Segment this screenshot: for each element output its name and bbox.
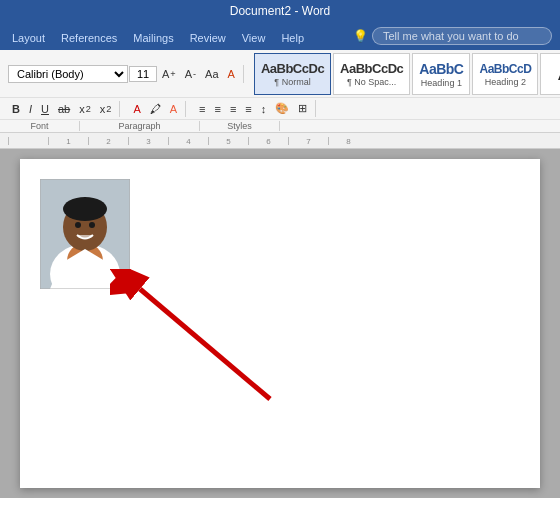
tab-view[interactable]: View <box>234 26 274 50</box>
style-nospace-preview: AaBbCcDc <box>340 61 403 76</box>
clear-format-btn[interactable]: A <box>224 66 239 82</box>
tell-me-input[interactable] <box>372 27 552 45</box>
ribbon-tabs-row: Layout References Mailings Review View H… <box>0 22 560 50</box>
svg-point-8 <box>89 222 95 228</box>
font-format-section: B I U ab x2 x2 <box>4 101 120 117</box>
tab-layout[interactable]: Layout <box>4 26 53 50</box>
font-case-btn[interactable]: Aa <box>201 66 222 82</box>
underline-btn[interactable]: U <box>37 101 53 117</box>
person-image <box>40 179 130 289</box>
text-color-btn[interactable]: A <box>129 101 144 117</box>
increase-font-btn[interactable]: A+ <box>158 66 180 82</box>
strikethrough-btn[interactable]: ab <box>54 101 74 117</box>
svg-point-6 <box>63 197 107 221</box>
style-normal[interactable]: AaBbCcDc ¶ Normal <box>254 53 331 95</box>
document-area <box>0 149 560 498</box>
tab-area: Layout References Mailings Review View H… <box>0 22 345 50</box>
italic-btn[interactable]: I <box>25 101 36 117</box>
paragraph-label: Paragraph <box>80 121 200 131</box>
ruler: 1 2 3 4 5 6 7 8 <box>0 133 560 149</box>
tab-mailings[interactable]: Mailings <box>125 26 181 50</box>
tab-review[interactable]: Review <box>182 26 234 50</box>
bold-btn[interactable]: B <box>8 101 24 117</box>
font-color-btn[interactable]: A <box>166 101 181 117</box>
tab-help[interactable]: Help <box>273 26 312 50</box>
decrease-font-btn[interactable]: A- <box>181 66 200 82</box>
style-heading2[interactable]: AaBbCcD Heading 2 <box>472 53 538 95</box>
ribbon-row2: B I U ab x2 x2 A 🖍 A ≡ ≡ ≡ ≡ ↕ 🎨 ⊞ <box>0 98 560 119</box>
tell-me-area: 💡 <box>345 24 560 48</box>
style-heading1-label: Heading 1 <box>421 78 462 88</box>
align-right-btn[interactable]: ≡ <box>226 101 240 117</box>
bulb-icon: 💡 <box>353 29 368 43</box>
red-arrow <box>110 269 290 419</box>
subscript-btn[interactable]: x2 <box>75 101 95 117</box>
svg-point-7 <box>75 222 81 228</box>
paragraph-section: ≡ ≡ ≡ ≡ ↕ 🎨 ⊞ <box>191 100 316 117</box>
highlight-btn[interactable]: 🖍 <box>146 101 165 117</box>
style-t[interactable]: A <box>540 53 560 95</box>
style-heading2-label: Heading 2 <box>485 77 526 87</box>
style-nospace[interactable]: AaBbCcDc ¶ No Spac... <box>333 53 410 95</box>
svg-line-13 <box>140 289 270 399</box>
align-left-btn[interactable]: ≡ <box>195 101 209 117</box>
section-labels: Font Paragraph Styles <box>0 119 560 132</box>
styles-section: AaBbCcDc ¶ Normal AaBbCcDc ¶ No Spac... … <box>250 53 560 95</box>
font-name-select[interactable]: Calibri (Body) <box>8 65 128 83</box>
font-section: Calibri (Body) A+ A- Aa A <box>4 65 244 83</box>
title-bar: Document2 - Word <box>0 0 560 22</box>
ribbon-row1: Calibri (Body) A+ A- Aa A AaBbCcDc ¶ Nor… <box>0 50 560 98</box>
line-spacing-btn[interactable]: ↕ <box>257 101 271 117</box>
ruler-marks: 1 2 3 4 5 6 7 8 <box>8 137 368 145</box>
doc-image-wrapper[interactable] <box>40 179 130 289</box>
style-heading2-preview: AaBbCcD <box>479 62 531 76</box>
styles-label: Styles <box>200 121 280 131</box>
document-page[interactable] <box>20 159 540 488</box>
style-normal-preview: AaBbCcDc <box>261 61 324 76</box>
superscript-btn[interactable]: x2 <box>96 101 116 117</box>
font-size-input[interactable] <box>129 66 157 82</box>
ribbon: Calibri (Body) A+ A- Aa A AaBbCcDc ¶ Nor… <box>0 50 560 133</box>
style-nospace-label: ¶ No Spac... <box>347 77 396 87</box>
style-heading1[interactable]: AaBbC Heading 1 <box>412 53 470 95</box>
border-btn[interactable]: ⊞ <box>294 100 311 117</box>
tab-references[interactable]: References <box>53 26 125 50</box>
style-heading1-preview: AaBbC <box>419 61 463 77</box>
justify-btn[interactable]: ≡ <box>241 101 255 117</box>
style-normal-label: ¶ Normal <box>274 77 310 87</box>
shading-btn[interactable]: 🎨 <box>271 100 293 117</box>
title-text: Document2 - Word <box>230 4 330 18</box>
text-highlight-section: A 🖍 A <box>125 101 186 117</box>
font-label: Font <box>0 121 80 131</box>
align-center-btn[interactable]: ≡ <box>211 101 225 117</box>
